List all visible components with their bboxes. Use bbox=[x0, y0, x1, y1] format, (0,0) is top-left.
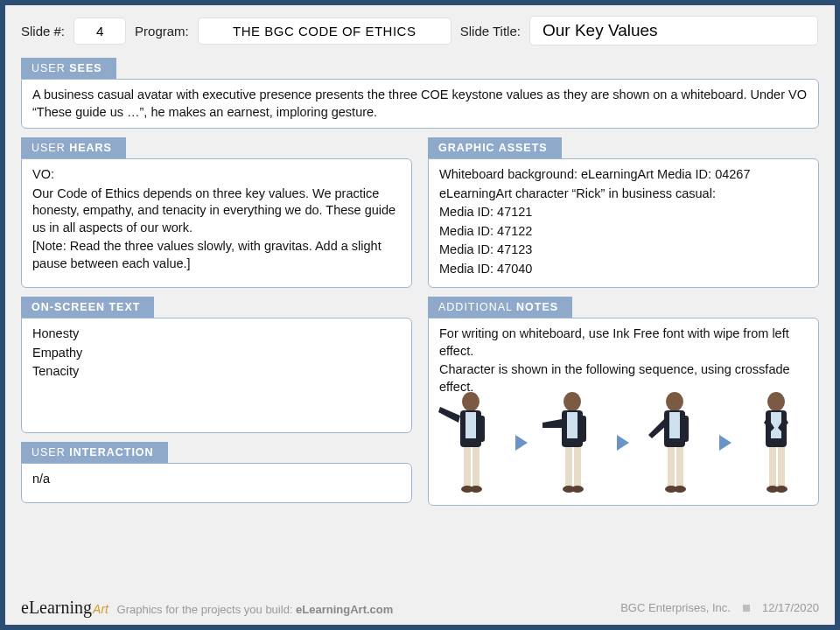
character-pose-3 bbox=[640, 386, 710, 500]
svg-rect-28 bbox=[778, 447, 785, 486]
hears-line: [Note: Read the three values slowly, wit… bbox=[32, 238, 401, 272]
tab-bold: INTERACTION bbox=[69, 446, 153, 458]
asset-line: Media ID: 47040 bbox=[439, 261, 808, 278]
tab-prefix: USER bbox=[32, 142, 69, 154]
svg-rect-11 bbox=[579, 416, 586, 442]
user-interaction-tab: USER INTERACTION bbox=[21, 442, 168, 463]
onscreen-text-tab: ON-SCREEN TEXT bbox=[21, 297, 154, 318]
logo-main: eLearning bbox=[21, 598, 92, 618]
user-interaction-section: USER INTERACTION n/a bbox=[21, 442, 412, 503]
onscreen-text-section: ON-SCREEN TEXT Honesty Empathy Tenacity bbox=[21, 297, 412, 433]
svg-rect-20 bbox=[668, 447, 675, 486]
program-field[interactable]: THE BGC CODE OF ETHICS bbox=[198, 18, 452, 45]
svg-rect-5 bbox=[472, 447, 480, 486]
footer-left: eLearningArt Graphics for the projects y… bbox=[21, 598, 393, 618]
svg-point-8 bbox=[564, 392, 581, 411]
onscreen-line: Honesty bbox=[32, 326, 401, 343]
svg-rect-21 bbox=[676, 447, 683, 486]
graphic-assets-tab: GRAPHIC ASSETS bbox=[428, 137, 562, 158]
graphic-assets-section: GRAPHIC ASSETS Whiteboard background: eL… bbox=[428, 137, 819, 288]
tab-bold: NOTES bbox=[516, 301, 558, 313]
svg-rect-13 bbox=[574, 447, 581, 486]
graphic-assets-body: Whiteboard background: eLearningArt Medi… bbox=[428, 158, 819, 288]
svg-rect-18 bbox=[669, 412, 680, 438]
tab-bold: ON-SCREEN TEXT bbox=[32, 301, 140, 313]
additional-notes-body: For writing on whiteboard, use Ink Free … bbox=[428, 318, 819, 506]
svg-point-23 bbox=[674, 486, 686, 493]
storyboard-page: Slide #: 4 Program: THE BGC CODE OF ETHI… bbox=[0, 0, 840, 630]
svg-point-24 bbox=[767, 392, 785, 411]
separator-icon bbox=[743, 605, 750, 612]
character-pose-4 bbox=[741, 386, 811, 500]
slide-number-label: Slide #: bbox=[21, 24, 65, 38]
sequence-arrow-icon bbox=[719, 435, 732, 451]
footer: eLearningArt Graphics for the projects y… bbox=[21, 598, 819, 618]
logo: eLearningArt bbox=[21, 598, 108, 618]
svg-rect-10 bbox=[567, 412, 578, 438]
asset-line: Whiteboard background: eLearningArt Medi… bbox=[439, 166, 808, 184]
tab-prefix: USER bbox=[32, 62, 69, 74]
program-label: Program: bbox=[135, 24, 189, 38]
footer-right: BGC Enterprises, Inc. 12/17/2020 bbox=[620, 601, 819, 614]
svg-point-15 bbox=[571, 486, 584, 493]
sequence-arrow-icon bbox=[515, 435, 528, 451]
asset-line: Media ID: 47121 bbox=[439, 204, 808, 221]
logo-accent: Art bbox=[93, 602, 108, 616]
asset-line: eLearningArt character “Rick” in busines… bbox=[439, 186, 808, 203]
sequence-arrow-icon bbox=[617, 435, 629, 451]
footer-company: BGC Enterprises, Inc. bbox=[620, 601, 731, 614]
svg-point-7 bbox=[470, 486, 482, 493]
asset-line: Media ID: 47123 bbox=[439, 242, 808, 259]
svg-rect-4 bbox=[464, 447, 471, 486]
svg-rect-19 bbox=[682, 416, 689, 442]
tab-bold: SEES bbox=[69, 62, 102, 74]
user-sees-tab: USER SEES bbox=[21, 58, 116, 79]
tab-bold: HEARS bbox=[69, 142, 112, 154]
additional-notes-section: ADDITIONAL NOTES For writing on whiteboa… bbox=[428, 297, 819, 506]
svg-rect-2 bbox=[466, 412, 476, 438]
user-hears-body: VO: Our Code of Ethics depends on three … bbox=[21, 158, 412, 288]
tab-bold: GRAPHIC ASSETS bbox=[438, 142, 548, 154]
svg-point-30 bbox=[775, 486, 788, 493]
user-hears-section: USER HEARS VO: Our Code of Ethics depend… bbox=[21, 137, 412, 288]
character-sequence bbox=[436, 386, 811, 500]
character-pose-1 bbox=[436, 386, 506, 500]
slide-title-label: Slide Title: bbox=[460, 24, 521, 38]
slide-title-field[interactable]: Our Key Values bbox=[529, 16, 818, 46]
right-column: GRAPHIC ASSETS Whiteboard background: eL… bbox=[428, 137, 819, 514]
additional-notes-tab: ADDITIONAL NOTES bbox=[428, 297, 572, 318]
user-hears-tab: USER HEARS bbox=[21, 137, 126, 158]
onscreen-line: Tenacity bbox=[32, 363, 401, 381]
columns: USER HEARS VO: Our Code of Ethics depend… bbox=[21, 137, 819, 514]
footer-date: 12/17/2020 bbox=[762, 601, 819, 614]
hears-line: VO: bbox=[32, 166, 401, 184]
character-pose-2 bbox=[537, 386, 607, 500]
tagline-pre: Graphics for the projects you build: bbox=[117, 603, 297, 616]
svg-point-0 bbox=[462, 392, 480, 411]
notes-line: For writing on whiteboard, use Ink Free … bbox=[439, 326, 808, 360]
asset-line: Media ID: 47122 bbox=[439, 223, 808, 241]
tab-prefix: USER bbox=[32, 446, 69, 458]
footer-tagline: Graphics for the projects you build: eLe… bbox=[117, 603, 394, 616]
svg-rect-27 bbox=[769, 447, 776, 486]
svg-rect-12 bbox=[565, 447, 572, 486]
user-interaction-body: n/a bbox=[21, 463, 412, 503]
header-row: Slide #: 4 Program: THE BGC CODE OF ETHI… bbox=[21, 16, 819, 46]
left-column: USER HEARS VO: Our Code of Ethics depend… bbox=[21, 137, 412, 514]
user-sees-section: USER SEES A business casual avatar with … bbox=[21, 58, 819, 129]
hears-line: Our Code of Ethics depends on three key … bbox=[32, 186, 401, 237]
svg-point-16 bbox=[666, 392, 683, 411]
tagline-link: eLearningArt.com bbox=[296, 603, 393, 616]
tab-prefix: ADDITIONAL bbox=[438, 301, 516, 313]
onscreen-line: Empathy bbox=[32, 345, 401, 362]
svg-rect-3 bbox=[478, 416, 485, 442]
user-sees-body: A business casual avatar with executive … bbox=[21, 79, 819, 129]
slide-number-field[interactable]: 4 bbox=[74, 18, 126, 45]
onscreen-text-body: Honesty Empathy Tenacity bbox=[21, 318, 412, 433]
